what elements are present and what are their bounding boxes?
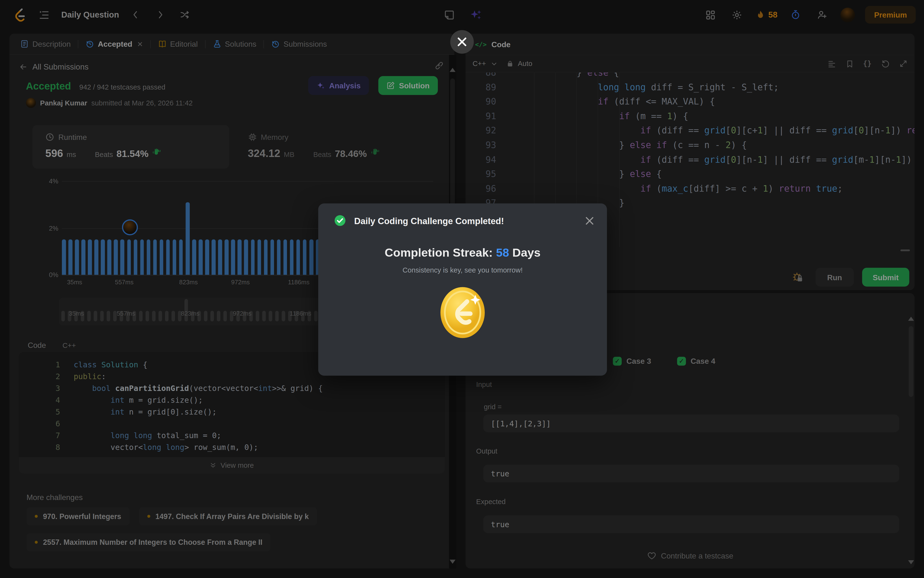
streak-value: 58 [496,246,509,259]
check-circle-icon [333,214,346,227]
modal-subtitle: Consistency is key, see you tomorrow! [318,266,607,274]
daily-challenge-modal: Daily Coding Challenge Completed! Comple… [318,203,607,375]
screenshot-stage: Daily Question 58 Premium DescriptionAcc… [0,0,924,578]
modal-title: Daily Coding Challenge Completed! [354,216,504,226]
leetcode-app: Daily Question 58 Premium DescriptionAcc… [0,0,924,578]
overlay-close-button[interactable] [450,30,474,54]
coin-icon [435,285,490,340]
modal-close-button[interactable] [585,216,594,225]
streak-line: Completion Streak: 58 Days [318,246,607,259]
